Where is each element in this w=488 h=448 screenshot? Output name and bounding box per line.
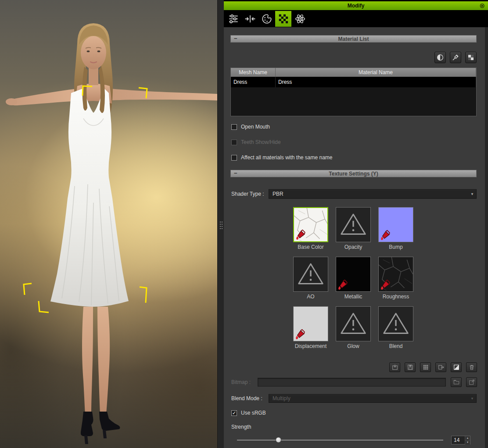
splitter-grip-icon bbox=[219, 220, 222, 233]
3d-viewport[interactable] bbox=[0, 0, 217, 448]
atom-icon bbox=[294, 13, 306, 25]
bump-thumbnail[interactable] bbox=[378, 207, 413, 242]
blend-mode-dropdown: Multiply ▼ bbox=[269, 394, 477, 403]
material-name-cell: Dress bbox=[276, 77, 476, 87]
table-row[interactable]: Dress Dress bbox=[231, 77, 476, 87]
shader-type-dropdown[interactable]: PBR ▼ bbox=[269, 189, 477, 199]
affect-all-materials-checkbox[interactable] bbox=[231, 155, 237, 161]
paint-tool-icon bbox=[294, 229, 306, 241]
spin-up-icon[interactable]: ▲ bbox=[465, 436, 470, 441]
channel-blend: Blend bbox=[378, 306, 413, 349]
edit-launch-icon bbox=[469, 379, 475, 385]
open-mouth-option: Open Mouth bbox=[231, 123, 270, 130]
grid-icon bbox=[423, 364, 429, 370]
metallic-thumbnail[interactable] bbox=[336, 257, 371, 292]
browse-bitmap-button bbox=[451, 377, 462, 387]
eyedropper-icon bbox=[452, 54, 459, 61]
eyedropper-button[interactable] bbox=[450, 52, 461, 63]
adjust-color-button[interactable] bbox=[451, 362, 462, 372]
save-texture-button[interactable] bbox=[405, 362, 416, 372]
channel-bump: Bump bbox=[378, 207, 413, 250]
strength-label: Strength bbox=[231, 422, 251, 432]
collapse-icon[interactable]: − bbox=[234, 35, 237, 42]
bitmap-label: Bitmap : bbox=[231, 377, 251, 387]
strength-slider-knob[interactable] bbox=[276, 437, 281, 443]
channel-base-color: Base Color bbox=[293, 207, 328, 250]
tab-physics[interactable] bbox=[292, 11, 308, 27]
half-sphere-icon bbox=[437, 54, 444, 61]
tab-conform[interactable] bbox=[242, 11, 258, 27]
tab-adjust[interactable] bbox=[225, 11, 241, 27]
empty-texture-icon bbox=[336, 208, 370, 242]
panel-titlebar: Modify ⊗ bbox=[224, 1, 488, 10]
texture-settings-header[interactable]: − Texture Settings (Y) bbox=[230, 170, 477, 177]
material-checker-button[interactable] bbox=[465, 52, 477, 63]
folder-icon bbox=[453, 379, 459, 385]
strength-spinner: ▲ ▼ bbox=[465, 436, 470, 444]
converge-arrows-icon bbox=[244, 13, 256, 25]
collapse-icon[interactable]: − bbox=[234, 170, 237, 176]
teeth-show-hide-option: Teeth Show/Hide bbox=[231, 139, 281, 146]
affect-all-materials-option: Affect all materials with the same name bbox=[231, 154, 333, 161]
delete-texture-button[interactable] bbox=[466, 362, 477, 372]
strength-slider[interactable] bbox=[237, 435, 443, 445]
use-srgb-option: ✓ Use sRGB bbox=[231, 409, 266, 416]
trash-icon bbox=[469, 364, 475, 370]
sliders-icon bbox=[228, 13, 239, 25]
export-texture-button[interactable] bbox=[435, 362, 446, 372]
launch-editor-button bbox=[466, 377, 477, 387]
spin-down-icon[interactable]: ▼ bbox=[465, 441, 470, 444]
ao-thumbnail[interactable] bbox=[293, 257, 328, 292]
tab-material[interactable] bbox=[275, 11, 291, 27]
paint-tool-icon bbox=[337, 280, 348, 291]
checker-icon bbox=[467, 54, 474, 61]
floppy-save-icon bbox=[407, 364, 413, 370]
channel-ao: AO bbox=[293, 257, 328, 300]
texture-channel-grid: Base Color Opacity bbox=[293, 207, 413, 356]
open-mouth-checkbox[interactable] bbox=[231, 124, 237, 130]
tab-appearance[interactable] bbox=[258, 11, 275, 27]
strength-value[interactable]: 14 bbox=[452, 437, 465, 443]
invert-square-icon bbox=[453, 364, 459, 370]
two-sided-material-button[interactable] bbox=[434, 52, 446, 63]
use-srgb-checkbox[interactable]: ✓ bbox=[231, 410, 237, 416]
shader-type-label: Shader Type : bbox=[231, 189, 264, 199]
teeth-show-hide-checkbox bbox=[231, 140, 237, 145]
material-table: Mesh Name Material Name Dress Dress bbox=[230, 68, 477, 116]
viewport-figure bbox=[0, 0, 217, 448]
opacity-thumbnail[interactable] bbox=[336, 207, 371, 242]
paint-tool-icon bbox=[379, 280, 391, 291]
roughness-thumbnail[interactable] bbox=[378, 257, 413, 292]
channel-glow: Glow bbox=[336, 306, 371, 349]
channel-opacity: Opacity bbox=[336, 207, 371, 250]
glow-thumbnail[interactable] bbox=[336, 306, 371, 341]
empty-texture-icon bbox=[294, 257, 328, 291]
panel-splitter[interactable] bbox=[217, 0, 224, 448]
material-table-header: Mesh Name Material Name bbox=[231, 68, 476, 77]
blend-thumbnail[interactable] bbox=[378, 306, 413, 341]
palette-icon bbox=[261, 13, 273, 25]
export-icon bbox=[438, 364, 444, 370]
strength-slider-track[interactable] bbox=[237, 440, 443, 441]
mesh-name-column-header: Mesh Name bbox=[231, 68, 276, 77]
material-name-column-header: Material Name bbox=[276, 68, 476, 77]
displacement-thumbnail[interactable] bbox=[293, 306, 328, 341]
import-icon bbox=[392, 364, 398, 370]
base-color-thumbnail[interactable] bbox=[293, 207, 328, 242]
panel-scrollbar[interactable] bbox=[485, 27, 488, 448]
channel-displacement: Displacement bbox=[293, 306, 328, 349]
paint-tool-icon bbox=[294, 329, 305, 340]
material-list-header[interactable]: − Material List bbox=[230, 35, 477, 43]
chevron-down-icon: ▼ bbox=[468, 192, 476, 196]
strength-value-field[interactable]: 14 ▲ ▼ bbox=[451, 436, 470, 444]
mesh-name-cell: Dress bbox=[231, 77, 276, 87]
chevron-down-icon: ▼ bbox=[468, 397, 476, 401]
checkerboard-icon bbox=[278, 13, 289, 25]
panel-content: − Material List Mesh Name Ma bbox=[224, 27, 488, 448]
channel-mixer-button[interactable] bbox=[420, 362, 431, 372]
load-texture-button[interactable] bbox=[389, 362, 400, 372]
panel-tabbar bbox=[224, 11, 488, 27]
empty-texture-icon bbox=[336, 307, 370, 341]
close-icon[interactable]: ⊗ bbox=[479, 2, 485, 10]
paint-tool-icon bbox=[379, 230, 391, 241]
